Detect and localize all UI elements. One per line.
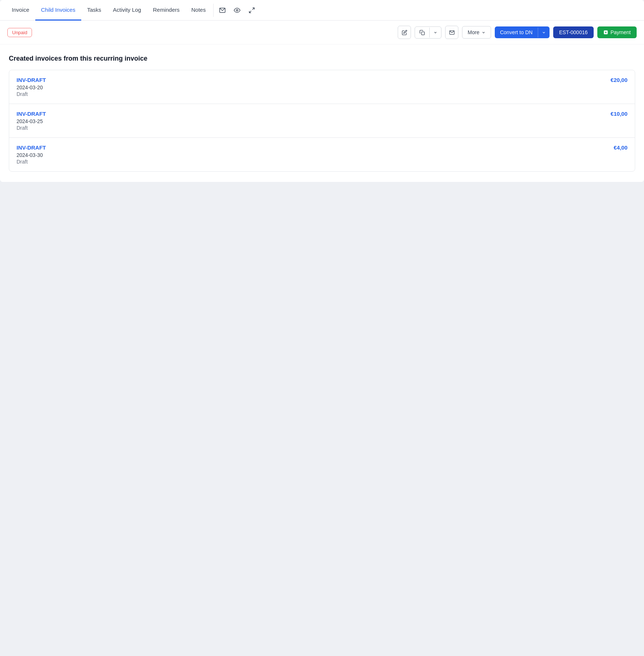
invoice-amount-3: €4,00 [613,144,627,151]
tab-reminders[interactable]: Reminders [147,0,186,21]
svg-rect-4 [422,32,425,35]
email-icon-btn[interactable] [215,3,230,18]
svg-line-2 [252,8,254,10]
section-title: Created invoices from this recurring inv… [9,55,635,62]
email-button[interactable] [445,26,458,39]
invoice-status-2: Draft [17,125,627,131]
toolbar: Unpaid [0,21,644,44]
tab-tasks[interactable]: Tasks [81,0,107,21]
tab-invoice[interactable]: Invoice [6,0,35,21]
invoice-item-1[interactable]: INV-DRAFT €20,00 2024-03-20 Draft [9,70,635,104]
invoice-item-2[interactable]: INV-DRAFT €10,00 2024-03-25 Draft [9,104,635,138]
invoice-row-2: INV-DRAFT €10,00 [17,111,627,117]
clone-button[interactable] [415,27,429,38]
est-button[interactable]: EST-000016 [553,26,594,38]
invoice-amount-2: €10,00 [611,111,627,117]
more-button[interactable]: More [462,26,491,39]
invoice-row-3: INV-DRAFT €4,00 [17,144,627,151]
convert-dn-button-group: Convert to DN [495,26,550,38]
status-badge: Unpaid [7,28,32,37]
invoice-date-2: 2024-03-25 [17,118,627,124]
convert-dn-dropdown-button[interactable] [538,28,550,37]
tab-notes[interactable]: Notes [186,0,212,21]
invoice-amount-1: €20,00 [611,77,627,83]
convert-dn-button[interactable]: Convert to DN [495,26,538,38]
invoice-row-1: INV-DRAFT €20,00 [17,77,627,83]
invoice-date-3: 2024-03-30 [17,152,627,158]
invoice-date-1: 2024-03-20 [17,85,627,90]
tab-divider-1 [213,4,214,17]
background-area [0,182,644,586]
invoice-status-1: Draft [17,91,627,97]
content-area: Created invoices from this recurring inv… [0,44,644,182]
invoice-status-3: Draft [17,159,627,165]
eye-icon-btn[interactable] [230,3,244,18]
payment-button[interactable]: Payment [597,26,637,38]
invoice-id-3: INV-DRAFT [17,144,46,151]
clone-button-group [415,26,441,39]
svg-point-1 [236,9,238,11]
tab-child-invoices[interactable]: Child Invoices [35,0,81,21]
invoice-list: INV-DRAFT €20,00 2024-03-20 Draft INV-DR… [9,70,635,172]
tab-bar: Invoice Child Invoices Tasks Activity Lo… [0,0,644,21]
svg-line-3 [249,11,251,12]
invoice-item-3[interactable]: INV-DRAFT €4,00 2024-03-30 Draft [9,138,635,171]
invoice-id-1: INV-DRAFT [17,77,46,83]
invoice-id-2: INV-DRAFT [17,111,46,117]
expand-icon-btn[interactable] [244,3,259,18]
edit-button[interactable] [398,26,411,39]
tab-activity-log[interactable]: Activity Log [107,0,147,21]
clone-dropdown-button[interactable] [429,28,441,37]
